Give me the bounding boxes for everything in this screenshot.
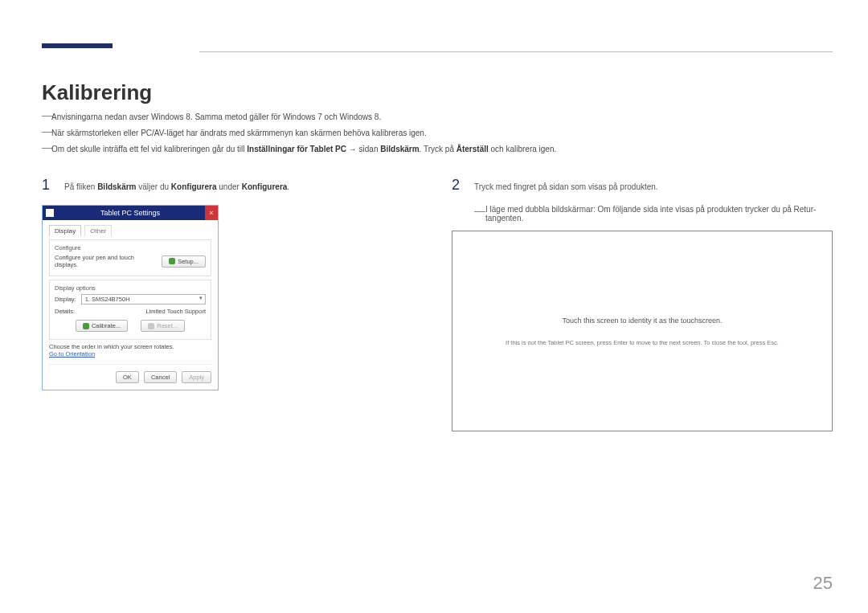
intro-line-2: När skärmstorleken eller PC/AV-läget har… — [51, 125, 427, 141]
display-options-label: Display options — [55, 284, 206, 292]
page-number: 25 — [813, 573, 833, 594]
step-number-1: 1 — [42, 177, 53, 194]
chapter-accent — [42, 43, 113, 48]
touch-identify-screen: Touch this screen to identity it as the … — [452, 231, 833, 431]
tablet-pc-settings-dialog: Tablet PC Settings × Display Other Confi… — [42, 205, 219, 390]
reset-button-label: Reset... — [157, 322, 178, 329]
text: . Tryck på — [420, 145, 457, 153]
configure-label: Configure — [55, 244, 206, 251]
dialog-button-row: OK Cancel Apply — [49, 364, 211, 383]
reset-icon — [148, 323, 154, 329]
dash-icon: ― — [474, 205, 484, 223]
go-to-orientation-link[interactable]: Go to Orientation — [49, 350, 95, 358]
dialog-tabs: Display Other — [49, 225, 211, 236]
intro-line-1: Anvisningarna nedan avser Windows 8. Sam… — [51, 109, 381, 125]
text: → sidan — [346, 145, 380, 153]
target-icon — [83, 323, 89, 329]
tab-other[interactable]: Other — [84, 225, 112, 236]
touch-main-text: Touch this screen to identity it as the … — [562, 317, 722, 325]
orientation-text: Choose the order in which your screen ro… — [49, 343, 211, 350]
display-options-group: Display options Display: 1. SMS24B750H D… — [49, 280, 211, 340]
text: Om det skulle inträffa ett fel vid kalib… — [51, 145, 247, 153]
ok-button[interactable]: OK — [116, 371, 139, 383]
setup-button-label: Setup... — [178, 258, 199, 265]
text: väljer du — [137, 182, 171, 191]
dialog-titlebar: Tablet PC Settings × — [43, 206, 218, 220]
step-2-text: Tryck med fingret på sidan som visas på … — [474, 182, 658, 191]
text-bold: Konfigurera — [171, 182, 217, 191]
setup-button[interactable]: Setup... — [162, 255, 206, 268]
calibrate-button-label: Calibrate... — [92, 322, 121, 329]
two-column-layout: 1 På fliken Bildskärm väljer du Konfigur… — [42, 177, 833, 431]
gear-icon — [169, 258, 175, 264]
dialog-title-text: Tablet PC Settings — [100, 209, 160, 217]
tab-display[interactable]: Display — [49, 225, 81, 236]
orientation-block: Choose the order in which your screen ro… — [49, 343, 211, 358]
apply-button[interactable]: Apply — [182, 371, 211, 383]
display-label: Display: — [55, 296, 76, 303]
text-bold: Bildskärm — [380, 145, 419, 153]
dash-icon: ― — [42, 141, 51, 157]
configure-group: Configure Configure your pen and touch d… — [49, 239, 211, 276]
calibrate-button[interactable]: Calibrate... — [76, 320, 128, 332]
step-1-heading: 1 På fliken Bildskärm väljer du Konfigur… — [42, 177, 423, 194]
step-number-2: 2 — [452, 177, 463, 194]
step-2-heading: 2 Tryck med fingret på sidan som visas p… — [452, 177, 833, 194]
text-bold: Konfigurera — [242, 182, 288, 191]
text: På fliken — [64, 182, 97, 191]
header-rule — [199, 51, 833, 52]
configure-description: Configure your pen and touch displays. — [55, 254, 143, 268]
text-bold: Inställningar för Tablet PC — [247, 145, 346, 153]
cancel-button[interactable]: Cancel — [144, 371, 177, 383]
text: under — [217, 182, 242, 191]
details-value: Limited Touch Support — [146, 308, 207, 315]
text-bold: Bildskärm — [97, 182, 136, 191]
display-select[interactable]: 1. SMS24B750H — [81, 294, 206, 304]
dialog-body: Display Other Configure Configure your p… — [43, 220, 218, 390]
intro-block: ―Anvisningarna nedan avser Windows 8. Sa… — [42, 109, 833, 157]
text: . — [287, 182, 289, 191]
close-icon[interactable]: × — [205, 206, 218, 220]
touch-sub-text: If this is not the Tablet PC screen, pre… — [506, 339, 779, 346]
dual-monitor-note: ― I läge med dubbla bildskärmar: Om följ… — [474, 205, 833, 223]
dual-monitor-note-text: I läge med dubbla bildskärmar: Om följan… — [485, 205, 833, 223]
details-label: Details: — [55, 308, 75, 315]
window-icon — [46, 209, 54, 217]
dash-icon: ― — [42, 109, 51, 125]
reset-button[interactable]: Reset... — [141, 320, 185, 332]
column-right: 2 Tryck med fingret på sidan som visas p… — [452, 177, 833, 431]
column-left: 1 På fliken Bildskärm väljer du Konfigur… — [42, 177, 423, 431]
page-title: Kalibrering — [42, 80, 152, 105]
text: och kalibrera igen. — [489, 145, 557, 153]
step-1-text: På fliken Bildskärm väljer du Konfigurer… — [64, 182, 289, 191]
text-bold: Återställ — [457, 145, 489, 153]
intro-line-3: Om det skulle inträffa ett fel vid kalib… — [51, 141, 556, 157]
dash-icon: ― — [42, 125, 51, 141]
